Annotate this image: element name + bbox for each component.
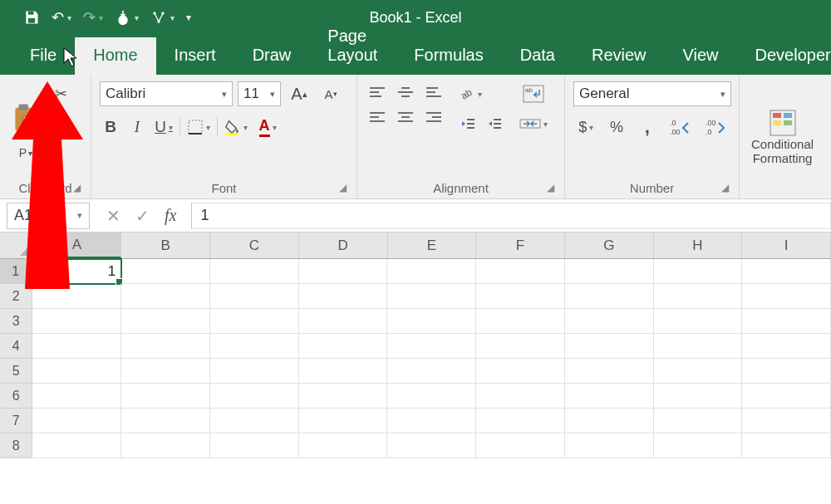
cell-I8[interactable]: [742, 433, 831, 458]
dialog-launcher-icon[interactable]: ◢: [73, 182, 81, 193]
align-top-icon[interactable]: [366, 81, 389, 103]
name-box[interactable]: A1▾: [7, 203, 90, 229]
fill-color-icon[interactable]: ▾: [223, 115, 249, 139]
cell-H3[interactable]: [654, 309, 743, 334]
cell-B1[interactable]: [121, 259, 210, 284]
cell-E8[interactable]: [387, 433, 476, 458]
cell-C4[interactable]: [210, 334, 299, 359]
tab-insert[interactable]: Insert: [156, 37, 234, 75]
underline-button[interactable]: U▾: [153, 115, 175, 139]
percent-icon[interactable]: %: [604, 115, 630, 139]
row-header-2[interactable]: 2: [0, 284, 32, 309]
col-header-E[interactable]: E: [388, 232, 477, 258]
cell-B8[interactable]: [121, 433, 210, 458]
cell-C8[interactable]: [210, 433, 299, 458]
undo-icon[interactable]: ↶▾: [52, 8, 71, 27]
cell-I7[interactable]: [742, 409, 831, 433]
save-icon[interactable]: [23, 9, 40, 26]
font-size-combo[interactable]: 11▾: [238, 81, 281, 106]
row-header-6[interactable]: 6: [0, 384, 32, 409]
cell-E1[interactable]: [387, 259, 476, 284]
cancel-formula-icon[interactable]: ✕: [106, 206, 120, 226]
tab-file[interactable]: File: [12, 37, 75, 75]
col-header-D[interactable]: D: [299, 232, 388, 258]
enter-formula-icon[interactable]: ✓: [135, 206, 150, 226]
cell-A5[interactable]: [32, 359, 121, 384]
cell-C7[interactable]: [210, 409, 299, 433]
cell-A1[interactable]: 1: [32, 259, 121, 284]
cell-I2[interactable]: [742, 284, 831, 309]
qat-customize-icon[interactable]: ▾: [186, 12, 191, 23]
insert-function-icon[interactable]: fx: [165, 206, 176, 225]
row-header-8[interactable]: 8: [0, 433, 32, 458]
cell-I3[interactable]: [742, 309, 831, 334]
paste-button[interactable]: [8, 100, 43, 141]
increase-decimal-icon[interactable]: .0.00: [665, 115, 695, 139]
conditional-formatting-button[interactable]: Conditional Formatting: [748, 81, 817, 192]
col-header-I[interactable]: I: [742, 232, 831, 258]
bold-button[interactable]: B: [100, 115, 121, 139]
tab-review[interactable]: Review: [573, 37, 665, 75]
cell-E3[interactable]: [387, 309, 476, 334]
col-header-B[interactable]: B: [121, 232, 210, 258]
cell-I6[interactable]: [742, 384, 831, 409]
cell-F3[interactable]: [476, 309, 565, 334]
dialog-launcher-icon[interactable]: ◢: [547, 182, 554, 193]
decrease-font-icon[interactable]: A▾: [317, 81, 344, 106]
increase-indent-icon[interactable]: [484, 111, 505, 136]
align-center-icon[interactable]: [394, 106, 417, 128]
cell-I1[interactable]: [742, 259, 831, 284]
formula-input[interactable]: 1: [191, 203, 831, 229]
cell-H8[interactable]: [654, 433, 743, 458]
cell-G5[interactable]: [565, 359, 654, 384]
align-middle-icon[interactable]: [394, 81, 417, 103]
cell-A8[interactable]: [32, 433, 121, 458]
decrease-indent-icon[interactable]: [457, 111, 479, 136]
cell-B3[interactable]: [121, 309, 210, 334]
cell-G3[interactable]: [565, 309, 654, 334]
col-header-F[interactable]: F: [476, 232, 565, 258]
cell-C6[interactable]: [210, 384, 299, 409]
cell-F1[interactable]: [476, 259, 565, 284]
cell-B7[interactable]: [121, 409, 210, 433]
align-bottom-icon[interactable]: [422, 81, 445, 103]
select-all-corner[interactable]: [0, 232, 33, 258]
number-format-combo[interactable]: General▾: [573, 81, 731, 106]
cut-icon[interactable]: ✂: [50, 81, 71, 106]
cell-E6[interactable]: [387, 384, 476, 409]
orientation-icon[interactable]: ab▾: [457, 81, 484, 106]
cell-B4[interactable]: [121, 334, 210, 359]
cell-G6[interactable]: [565, 384, 654, 409]
tab-home[interactable]: Home: [75, 37, 155, 75]
cell-D4[interactable]: [299, 334, 388, 359]
cell-D6[interactable]: [299, 384, 388, 409]
cell-C2[interactable]: [210, 284, 299, 309]
addins-icon[interactable]: ▾: [150, 9, 175, 26]
tab-data[interactable]: Data: [502, 37, 573, 75]
col-header-A[interactable]: A: [33, 232, 122, 258]
cell-G4[interactable]: [565, 334, 654, 359]
dialog-launcher-icon[interactable]: ◢: [339, 182, 347, 193]
cell-E7[interactable]: [387, 409, 476, 433]
cell-A7[interactable]: [32, 409, 121, 433]
cell-F8[interactable]: [476, 433, 565, 458]
dialog-launcher-icon[interactable]: ◢: [721, 182, 729, 193]
cell-H2[interactable]: [654, 284, 743, 309]
row-header-4[interactable]: 4: [0, 334, 32, 359]
merge-center-icon[interactable]: ▾: [517, 111, 550, 136]
cell-E5[interactable]: [387, 359, 476, 384]
decrease-decimal-icon[interactable]: .00.0: [701, 115, 730, 139]
cell-G7[interactable]: [565, 409, 654, 433]
cell-G1[interactable]: [565, 259, 654, 284]
cell-E4[interactable]: [387, 334, 476, 359]
cell-H1[interactable]: [654, 259, 743, 284]
redo-icon[interactable]: ↷▾: [83, 8, 103, 27]
cell-E2[interactable]: [387, 284, 476, 309]
cell-G8[interactable]: [565, 433, 654, 458]
cell-I4[interactable]: [742, 334, 831, 359]
row-header-1[interactable]: 1: [0, 259, 32, 284]
cell-C5[interactable]: [210, 359, 299, 384]
cell-D8[interactable]: [299, 433, 388, 458]
col-header-H[interactable]: H: [654, 232, 743, 258]
cell-H7[interactable]: [654, 409, 743, 433]
